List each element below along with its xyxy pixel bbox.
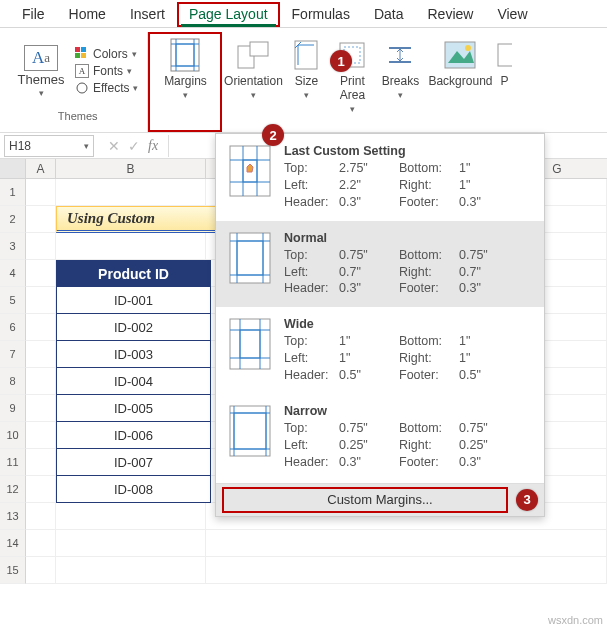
breaks-button[interactable]: Breaks ▾ (376, 32, 424, 132)
fx-icon[interactable]: fx (148, 138, 158, 154)
fonts-icon: A (75, 64, 89, 78)
orientation-icon (236, 38, 270, 72)
name-box[interactable]: H18 ▾ (4, 135, 94, 157)
svg-rect-0 (75, 47, 80, 52)
tab-data[interactable]: Data (362, 2, 416, 27)
margins-button[interactable]: Margins ▾ (148, 32, 222, 132)
cancel-formula-icon[interactable]: ✕ (108, 138, 120, 154)
table-cell[interactable]: ID-002 (56, 314, 211, 341)
background-button[interactable]: Background (424, 32, 496, 132)
themes-button-label: Themes (18, 72, 65, 87)
print-area-label: Print Area (340, 75, 365, 103)
col-B[interactable]: B (56, 159, 206, 178)
chevron-down-icon: ▾ (304, 90, 309, 100)
ribbon-tabs: File Home Insert Page Layout Formulas Da… (0, 0, 607, 28)
colors-button[interactable]: Colors ▾ (72, 46, 141, 62)
colors-label: Colors (93, 47, 128, 61)
accept-formula-icon[interactable]: ✓ (128, 138, 140, 154)
row-9[interactable]: 9 (0, 395, 26, 422)
row-1[interactable]: 1 (0, 179, 26, 206)
tab-home[interactable]: Home (57, 2, 118, 27)
svg-rect-3 (81, 53, 86, 58)
custom-margins-menu-item[interactable]: Custom Margins... 3 (216, 483, 544, 516)
chevron-down-icon: ▾ (132, 49, 137, 59)
callout-3: 3 (516, 489, 538, 511)
row-10[interactable]: 10 (0, 422, 26, 449)
tab-view[interactable]: View (485, 2, 539, 27)
breaks-icon (383, 38, 417, 72)
tab-review[interactable]: Review (416, 2, 486, 27)
chevron-down-icon: ▾ (39, 88, 44, 98)
size-label: Size (295, 75, 318, 89)
margins-option-title: Wide (284, 317, 532, 331)
row-15[interactable]: 15 (0, 557, 26, 584)
row-12[interactable]: 12 (0, 476, 26, 503)
row-5[interactable]: 5 (0, 287, 26, 314)
table-cell[interactable]: ID-008 (56, 476, 211, 503)
row-4[interactable]: 4 (0, 260, 26, 287)
effects-icon (75, 81, 89, 95)
watermark: wsxdn.com (548, 614, 603, 626)
effects-button[interactable]: Effects ▾ (72, 80, 141, 96)
table-header-productid[interactable]: Product ID (56, 260, 211, 287)
svg-rect-34 (230, 319, 270, 369)
orientation-button[interactable]: Orientation ▾ (222, 32, 284, 132)
name-box-value: H18 (9, 139, 31, 153)
margins-option-wide[interactable]: Wide Top:1"Bottom:1" Left:1"Right:1" Hea… (216, 307, 544, 394)
chevron-down-icon: ▾ (183, 90, 188, 100)
margins-option-narrow[interactable]: Narrow Top:0.75"Bottom:0.75" Left:0.25"R… (216, 394, 544, 481)
ribbon: Aa Themes ▾ Colors ▾ A Fonts ▾ (0, 28, 607, 133)
fonts-label: Fonts (93, 64, 123, 78)
tab-insert[interactable]: Insert (118, 2, 177, 27)
table-cell[interactable]: ID-007 (56, 449, 211, 476)
row-6[interactable]: 6 (0, 314, 26, 341)
themes-button[interactable]: Aa Themes ▾ (14, 45, 68, 98)
select-all-corner[interactable] (0, 159, 26, 178)
margins-dropdown: Last Custom Setting Top:2.75"Bottom:1" L… (215, 133, 545, 517)
svg-rect-1 (81, 47, 86, 52)
fonts-button[interactable]: A Fonts ▾ (72, 63, 141, 79)
print-area-button[interactable]: Print Area ▾ (328, 32, 376, 132)
table-cell[interactable]: ID-003 (56, 341, 211, 368)
margins-option-last-custom[interactable]: Last Custom Setting Top:2.75"Bottom:1" L… (216, 134, 544, 221)
callout-highlight (222, 487, 508, 513)
breaks-label: Breaks (382, 75, 419, 89)
margins-thumb-icon (228, 404, 272, 458)
svg-rect-21 (498, 44, 512, 66)
table-cell[interactable]: ID-001 (56, 287, 211, 314)
margins-option-normal[interactable]: Normal Top:0.75"Bottom:0.75" Left:0.7"Ri… (216, 221, 544, 308)
row-3[interactable]: 3 (0, 233, 26, 260)
row-7[interactable]: 7 (0, 341, 26, 368)
margins-thumb-icon (228, 231, 272, 285)
margins-thumb-icon (228, 317, 272, 371)
margins-thumb-icon (228, 144, 272, 198)
tab-formulas[interactable]: Formulas (280, 2, 362, 27)
svg-rect-2 (75, 53, 80, 58)
effects-label: Effects (93, 81, 129, 95)
callout-2: 2 (262, 124, 284, 146)
margins-label: Margins (164, 75, 207, 89)
print-titles-icon (496, 38, 512, 72)
tab-file[interactable]: File (10, 2, 57, 27)
row-13[interactable]: 13 (0, 503, 26, 530)
svg-point-4 (77, 83, 87, 93)
chevron-down-icon: ▾ (133, 83, 138, 93)
svg-rect-12 (250, 42, 268, 56)
size-button[interactable]: Size ▾ (284, 32, 328, 132)
chevron-down-icon: ▾ (251, 90, 256, 100)
callout-1: 1 (330, 50, 352, 72)
orientation-label: Orientation (224, 75, 283, 89)
tab-page-layout[interactable]: Page Layout (177, 2, 280, 27)
table-cell[interactable]: ID-006 (56, 422, 211, 449)
table-cell[interactable]: ID-004 (56, 368, 211, 395)
row-11[interactable]: 11 (0, 449, 26, 476)
print-titles-button[interactable]: P (496, 32, 512, 132)
margins-icon (168, 38, 202, 72)
row-2[interactable]: 2 (0, 206, 26, 233)
row-14[interactable]: 14 (0, 530, 26, 557)
row-8[interactable]: 8 (0, 368, 26, 395)
table-cell[interactable]: ID-005 (56, 395, 211, 422)
chevron-down-icon: ▾ (350, 104, 355, 114)
col-A[interactable]: A (26, 159, 56, 178)
group-themes-label: Themes (58, 110, 98, 122)
